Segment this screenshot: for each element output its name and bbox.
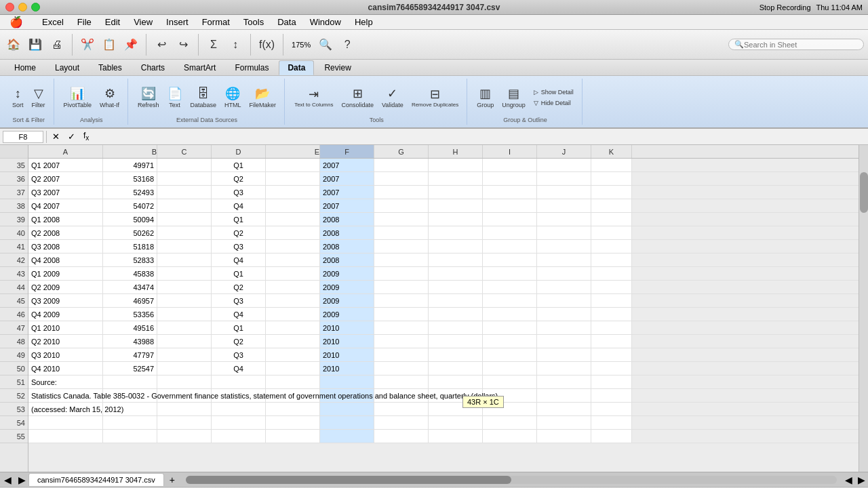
cell-b42[interactable]: 52833 xyxy=(103,253,157,266)
vscroll-thumb[interactable] xyxy=(860,172,868,213)
row-header-48[interactable]: 48 xyxy=(0,335,28,348)
cell-j35[interactable] xyxy=(537,159,591,171)
cell-b37[interactable]: 52493 xyxy=(103,186,157,199)
cell-e55[interactable] xyxy=(266,430,320,443)
text-to-columns-button[interactable]: ⇥ Text to Columns xyxy=(292,86,336,110)
row-header-51[interactable]: 51 xyxy=(0,375,28,389)
cell-c35[interactable] xyxy=(157,159,212,171)
cell-d44[interactable]: Q2 xyxy=(212,281,266,293)
cell-a39[interactable]: Q1 2008 xyxy=(28,213,103,226)
cell-h45[interactable] xyxy=(429,294,483,307)
cell-c37[interactable] xyxy=(157,186,212,199)
cell-b49[interactable]: 47797 xyxy=(103,348,157,361)
cell-e45[interactable] xyxy=(266,294,320,307)
cell-h55[interactable] xyxy=(429,430,483,443)
row-header-40[interactable]: 40 xyxy=(0,226,28,240)
col-header-h[interactable]: H xyxy=(429,145,483,158)
html-button[interactable]: 🌐 HTML xyxy=(222,85,244,110)
cell-g40[interactable] xyxy=(374,226,429,239)
filemaker-button[interactable]: 📂 FileMaker xyxy=(247,85,279,110)
cell-c53[interactable] xyxy=(157,403,212,415)
cell-h48[interactable] xyxy=(429,335,483,348)
cell-d49[interactable]: Q3 xyxy=(212,348,266,361)
cell-c48[interactable] xyxy=(157,335,212,348)
cell-g54[interactable] xyxy=(374,416,429,429)
cell-k51[interactable] xyxy=(591,375,632,388)
cell-d39[interactable]: Q1 xyxy=(212,213,266,226)
cell-i53[interactable] xyxy=(483,403,537,415)
row-header-50[interactable]: 50 xyxy=(0,362,28,375)
tab-home[interactable]: Home xyxy=(5,60,45,75)
cell-k53[interactable] xyxy=(591,403,632,415)
cell-f44[interactable]: 2009 xyxy=(320,281,374,293)
cell-e43[interactable] xyxy=(266,267,320,280)
paste-btn[interactable]: 📌 xyxy=(121,33,140,57)
search-input[interactable] xyxy=(744,41,852,49)
cell-c45[interactable] xyxy=(157,294,212,307)
cell-a43[interactable]: Q1 2009 xyxy=(28,267,103,280)
cell-j37[interactable] xyxy=(537,186,591,199)
cell-a36[interactable]: Q2 2007 xyxy=(28,172,103,185)
cell-e36[interactable] xyxy=(266,172,320,185)
menu-edit[interactable]: Edit xyxy=(98,16,127,28)
cell-e35[interactable] xyxy=(266,159,320,171)
home-btn[interactable]: 🏠 xyxy=(4,33,23,57)
menu-excel[interactable]: Excel xyxy=(35,16,71,28)
cell-a42[interactable]: Q4 2008 xyxy=(28,253,103,266)
cell-f45[interactable]: 2009 xyxy=(320,294,374,307)
cell-a46[interactable]: Q4 2009 xyxy=(28,308,103,321)
cell-h43[interactable] xyxy=(429,267,483,280)
cell-g51[interactable] xyxy=(374,375,429,388)
cell-k54[interactable] xyxy=(591,416,632,429)
cell-i47[interactable] xyxy=(483,321,537,334)
cell-d38[interactable]: Q4 xyxy=(212,199,266,212)
cell-d43[interactable]: Q1 xyxy=(212,267,266,280)
group-button[interactable]: ▥ Group xyxy=(474,85,496,110)
redo-btn[interactable]: ↪ xyxy=(174,33,193,57)
cell-f36[interactable]: 2007 xyxy=(320,172,374,185)
cell-e46[interactable] xyxy=(266,308,320,321)
cell-i36[interactable] xyxy=(483,172,537,185)
cell-f37[interactable]: 2007 xyxy=(320,186,374,199)
cell-f47[interactable]: 2010 xyxy=(320,321,374,334)
text-import-button[interactable]: 📄 Text xyxy=(165,85,185,110)
validate-button[interactable]: ✓ Validate xyxy=(379,85,406,110)
cell-f35[interactable]: 2007 xyxy=(320,159,374,171)
cell-g41[interactable] xyxy=(374,240,429,253)
col-header-a[interactable]: A xyxy=(28,145,103,158)
cell-f50[interactable]: 2010 xyxy=(320,362,374,375)
cell-h47[interactable] xyxy=(429,321,483,334)
cell-e38[interactable] xyxy=(266,199,320,212)
row-header-55[interactable]: 55 xyxy=(0,430,28,443)
cell-i45[interactable] xyxy=(483,294,537,307)
row-header-38[interactable]: 38 xyxy=(0,199,28,213)
cell-k48[interactable] xyxy=(591,335,632,348)
cell-g42[interactable] xyxy=(374,253,429,266)
row-header-46[interactable]: 46 xyxy=(0,308,28,321)
cell-j54[interactable] xyxy=(537,416,591,429)
cell-j51[interactable] xyxy=(537,375,591,388)
hscroll-left-btn[interactable]: ◀ xyxy=(842,474,855,485)
menu-help[interactable]: Help xyxy=(348,16,380,28)
cell-i42[interactable] xyxy=(483,253,537,266)
cell-h53[interactable] xyxy=(429,403,483,415)
cell-a41[interactable]: Q3 2008 xyxy=(28,240,103,253)
tab-tables[interactable]: Tables xyxy=(90,60,131,75)
close-button[interactable] xyxy=(5,3,14,12)
cell-k50[interactable] xyxy=(591,362,632,375)
cell-e47[interactable] xyxy=(266,321,320,334)
cell-a35[interactable]: Q1 2007 xyxy=(28,159,103,171)
cell-k42[interactable] xyxy=(591,253,632,266)
cell-f53[interactable] xyxy=(320,403,374,415)
cell-i37[interactable] xyxy=(483,186,537,199)
cell-i50[interactable] xyxy=(483,362,537,375)
menu-format[interactable]: Format xyxy=(195,16,237,28)
zoom-btn[interactable]: 🔍 xyxy=(316,33,335,57)
cell-a37[interactable]: Q3 2007 xyxy=(28,186,103,199)
row-header-37[interactable]: 37 xyxy=(0,186,28,199)
cell-a53[interactable]: (accessed: March 15, 2012) xyxy=(28,403,103,415)
save-btn[interactable]: 💾 xyxy=(26,33,45,57)
row-header-52[interactable]: 52 xyxy=(0,389,28,403)
cell-b47[interactable]: 49516 xyxy=(103,321,157,334)
cell-c38[interactable] xyxy=(157,199,212,212)
